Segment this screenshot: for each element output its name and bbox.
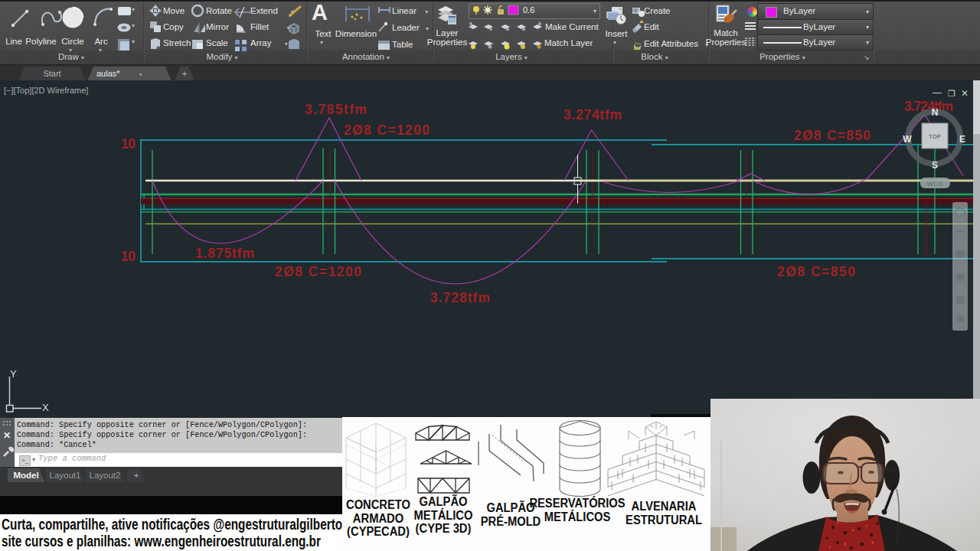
svg-text:W: W	[903, 134, 912, 145]
svg-text:WCS: WCS	[927, 180, 943, 187]
svg-text:2Ø8 C=1200: 2Ø8 C=1200	[275, 264, 361, 279]
svg-text:3.274tfm: 3.274tfm	[564, 107, 622, 122]
svg-text:S: S	[932, 160, 938, 171]
svg-text:10: 10	[121, 136, 136, 152]
svg-text:N: N	[932, 107, 939, 118]
svg-text:✕: ✕	[961, 88, 969, 99]
svg-text:Y: Y	[10, 368, 17, 380]
svg-text:E: E	[959, 134, 965, 145]
svg-text:3.728tfm: 3.728tfm	[430, 290, 490, 305]
svg-text:1.875tfm: 1.875tfm	[195, 246, 254, 261]
svg-text:—: —	[933, 87, 942, 98]
svg-text:❐: ❐	[948, 89, 956, 98]
svg-text:[−][Top][2D Wireframe]: [−][Top][2D Wireframe]	[4, 86, 88, 95]
svg-text:2Ø8 C=850: 2Ø8 C=850	[794, 128, 871, 143]
svg-text:0.6: 0.6	[523, 5, 534, 15]
svg-text:3.785tfm: 3.785tfm	[305, 102, 367, 117]
svg-text:10: 10	[121, 249, 136, 264]
svg-text:2Ø8 C=850: 2Ø8 C=850	[777, 264, 855, 279]
svg-text:X: X	[42, 402, 49, 413]
svg-text:2Ø8 C=1200: 2Ø8 C=1200	[344, 122, 430, 138]
svg-text:TOP: TOP	[929, 133, 941, 140]
